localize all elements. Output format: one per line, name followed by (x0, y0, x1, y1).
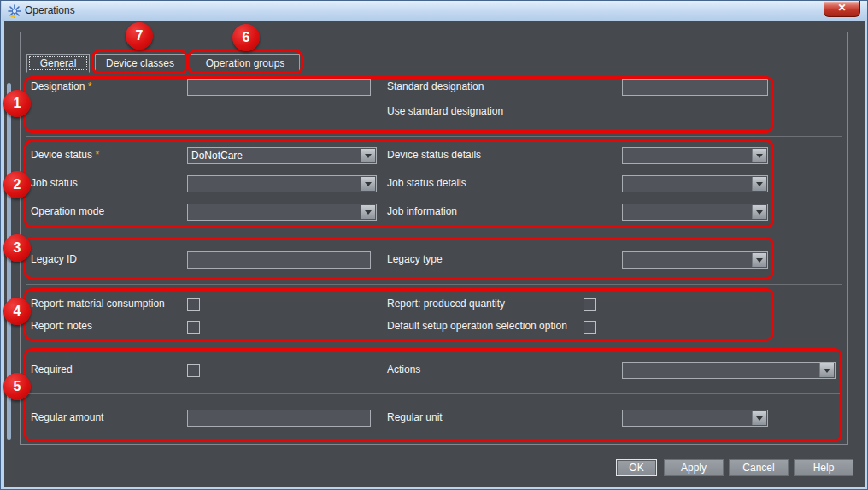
report-material-consumption-label: Report: material consumption (31, 298, 165, 310)
report-material-consumption-label-text: Report: material consumption (31, 298, 165, 310)
separator (26, 393, 842, 394)
close-icon: ✕ (837, 2, 846, 14)
cancel-button-label: Cancel (742, 462, 774, 474)
tab-operation-groups[interactable]: Operation groups (191, 54, 300, 73)
left-border-glow (7, 83, 11, 440)
operation-mode-label: Operation mode (31, 205, 104, 217)
designation-label: Designation * (31, 80, 91, 92)
regular-amount-input[interactable] (187, 410, 371, 427)
tab-general[interactable]: General (26, 54, 90, 73)
regular-unit-label-text: Regular unit (387, 411, 443, 423)
job-status-label: Job status (31, 177, 78, 189)
designation-input[interactable] (187, 79, 371, 96)
default-setup-operation-selection-option-checkbox[interactable] (584, 321, 596, 334)
separator (26, 284, 842, 285)
report-produced-quantity-label: Report: produced quantity (387, 298, 505, 310)
tab-general-label: General (40, 57, 77, 69)
chevron-down-icon[interactable] (752, 411, 766, 425)
device-status-combobox[interactable]: DoNotCare (187, 147, 377, 164)
regular-unit-label: Regular unit (387, 411, 443, 423)
job-information-label-text: Job information (387, 205, 457, 217)
ok-button-label: OK (629, 462, 643, 474)
required-asterisk: * (95, 149, 99, 161)
window-title: Operations (25, 4, 75, 16)
legacy-type-label-text: Legacy type (387, 253, 443, 265)
report-produced-quantity-label-text: Report: produced quantity (387, 298, 505, 310)
job-information-combobox[interactable] (622, 204, 768, 221)
report-produced-quantity-checkbox[interactable] (584, 298, 596, 311)
required-label-text: Required (31, 363, 73, 375)
legacy-type-label: Legacy type (387, 253, 443, 265)
cancel-button[interactable]: Cancel (729, 459, 789, 476)
legacy-id-input[interactable] (187, 251, 371, 269)
device-status-details-label: Device status details (387, 149, 481, 161)
legacy-type-combobox[interactable] (622, 251, 768, 269)
device-status-details-combobox[interactable] (622, 147, 768, 164)
ok-button[interactable]: OK (616, 459, 657, 476)
chevron-down-icon[interactable] (361, 177, 375, 191)
chevron-down-icon[interactable] (819, 363, 834, 377)
operation-mode-combobox[interactable] (187, 204, 377, 221)
job-status-combobox[interactable] (187, 175, 377, 192)
separator (26, 233, 842, 233)
regular-amount-label-text: Regular amount (31, 411, 103, 423)
operations-dialog: Operations ✕ General Device classes Oper… (0, 0, 868, 490)
job-status-details-combobox[interactable] (622, 175, 768, 192)
designation-label-text: Designation (31, 80, 85, 92)
legacy-id-label: Legacy ID (31, 253, 77, 265)
actions-label: Actions (387, 363, 420, 375)
tab-operation-groups-label: Operation groups (206, 57, 285, 69)
tab-device-classes[interactable]: Device classes (95, 54, 185, 73)
device-status-label: Device status * (31, 149, 99, 161)
chevron-down-icon[interactable] (752, 253, 766, 267)
chevron-down-icon[interactable] (752, 149, 766, 162)
regular-amount-label: Regular amount (31, 411, 103, 423)
apply-button[interactable]: Apply (664, 459, 724, 476)
separator (26, 345, 842, 345)
report-notes-checkbox[interactable] (187, 321, 200, 334)
help-button-label: Help (813, 462, 835, 474)
legacy-id-label-text: Legacy ID (31, 253, 77, 265)
operation-mode-label-text: Operation mode (31, 205, 104, 217)
report-notes-label: Report: notes (31, 320, 92, 332)
use-standard-designation-label-text: Use standard designation (387, 105, 503, 117)
report-material-consumption-checkbox[interactable] (187, 298, 200, 311)
apply-button-label: Apply (681, 462, 707, 474)
job-information-label: Job information (387, 205, 457, 217)
required-checkbox[interactable] (187, 364, 200, 377)
device-status-details-label-text: Device status details (387, 149, 481, 161)
job-status-label-text: Job status (31, 177, 78, 189)
device-status-value: DoNotCare (191, 150, 359, 162)
actions-label-text: Actions (387, 363, 420, 375)
chevron-down-icon[interactable] (361, 205, 375, 219)
job-status-details-label-text: Job status details (387, 177, 466, 189)
chevron-down-icon[interactable] (752, 205, 766, 219)
regular-unit-combobox[interactable] (622, 410, 768, 427)
standard-designation-input[interactable] (622, 79, 768, 96)
close-button[interactable]: ✕ (824, 1, 860, 17)
report-notes-label-text: Report: notes (31, 320, 92, 332)
chevron-down-icon[interactable] (361, 149, 375, 162)
title-bar[interactable]: Operations ✕ (2, 1, 867, 21)
required-label: Required (31, 363, 73, 375)
chevron-down-icon[interactable] (752, 177, 766, 191)
default-setup-operation-selection-option-label: Default setup operation selection option (387, 320, 567, 332)
standard-designation-label-text: Standard designation (387, 80, 484, 92)
actions-combobox[interactable] (622, 362, 836, 379)
separator (26, 136, 842, 137)
default-setup-operation-selection-option-label-text: Default setup operation selection option (387, 320, 567, 332)
job-status-details-label: Job status details (387, 177, 466, 189)
required-asterisk: * (88, 80, 92, 92)
use-standard-designation-label: Use standard designation (387, 105, 503, 117)
app-icon (8, 4, 21, 18)
standard-designation-label: Standard designation (387, 80, 484, 92)
help-button[interactable]: Help (794, 459, 853, 476)
tab-device-classes-label: Device classes (106, 57, 174, 69)
device-status-label-text: Device status (31, 149, 92, 161)
